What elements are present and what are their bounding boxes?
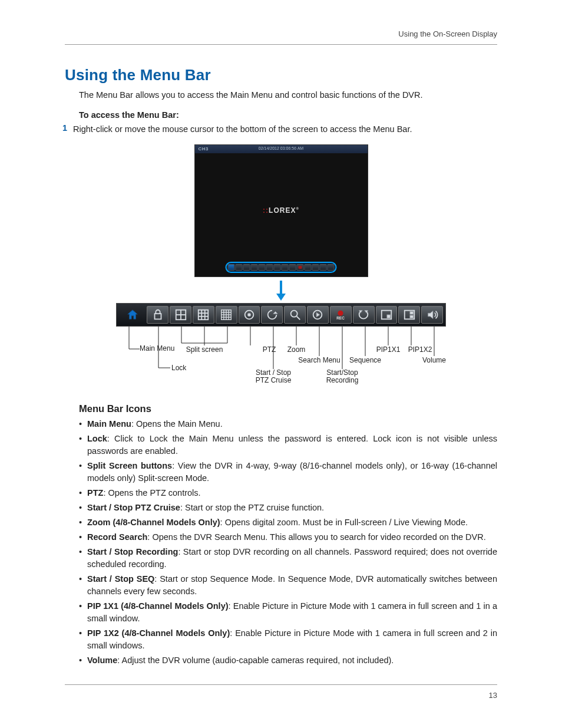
page-number: 13 [65, 691, 497, 700]
pip-1x2-button[interactable] [398, 306, 420, 324]
callout-pip1x1: PIP1X1 [376, 345, 401, 354]
bullet-seq: Start / Stop SEQ: Start or stop Sequence… [79, 573, 497, 598]
svg-point-18 [247, 313, 251, 317]
svg-rect-5 [199, 309, 209, 319]
bullet-split: Split Screen buttons: View the DVR in 4-… [79, 460, 497, 485]
header-breadcrumb: Using the On-Screen Display [65, 29, 497, 38]
intro-text: The Menu Bar allows you to access the Ma… [79, 89, 497, 102]
step-text: Right-click or move the mouse cursor to … [73, 123, 497, 136]
mini-split16-icon [259, 264, 266, 271]
page: Using the On-Screen Display Using the Me… [0, 0, 562, 723]
callout-ptz-cruise-l2: PTZ Cruise [256, 376, 292, 384]
footer-divider [65, 684, 497, 685]
bullet-ptz-cruise: Start / Stop PTZ Cruise: Start or stop t… [79, 502, 497, 514]
mini-split4-icon [243, 264, 250, 271]
arrow-down-icon [275, 281, 287, 301]
lock-button[interactable] [147, 306, 168, 324]
record-button[interactable]: REC [330, 306, 352, 324]
mini-ptz-icon [266, 264, 273, 271]
section-title: Using the Menu Bar [65, 66, 497, 84]
bullet-lock: Lock: Click to Lock the Main Menu unless… [79, 433, 497, 457]
zoom-button[interactable] [284, 306, 306, 324]
svg-marker-33 [428, 311, 432, 318]
svg-marker-19 [273, 311, 277, 314]
callout-recording: Start/StopRecording [326, 369, 359, 384]
mini-rec-icon [297, 264, 304, 271]
callout-zoom: Zoom [287, 345, 306, 354]
split-16-button[interactable] [216, 306, 237, 324]
brand-text: LOREX [269, 206, 296, 215]
svg-point-20 [290, 310, 297, 317]
svg-rect-29 [387, 315, 391, 318]
callout-ptz-cruise: Start / StopPTZ Cruise [256, 369, 292, 384]
brand-logo: ::LOREX® [263, 206, 299, 215]
icons-heading: Menu Bar Icons [79, 403, 497, 414]
callout-lines: Main Menu Lock Split screen PTZ Start / … [116, 327, 446, 391]
mini-home-icon [228, 264, 235, 271]
mini-lock-icon [236, 264, 243, 271]
callout-sequence: Sequence [349, 356, 381, 364]
pip-1x1-button[interactable] [376, 306, 398, 324]
sequence-button[interactable] [353, 306, 375, 324]
mini-search-icon [289, 264, 296, 271]
icon-bullet-list: Main Menu: Opens the Main Menu. Lock: Cl… [79, 418, 497, 667]
header-divider [65, 44, 497, 45]
mini-zoom-icon [282, 264, 289, 271]
svg-rect-32 [410, 315, 414, 318]
dvr-screenshot: CH3 02/14/2012 03:06:56 AM ::LOREX® [194, 144, 368, 277]
bullet-pip1x1: PIP 1X1 (4/8-Channel Models Only): Enabl… [79, 600, 497, 625]
svg-line-21 [296, 316, 300, 319]
volume-button[interactable] [421, 306, 443, 324]
callout-ptz: PTZ [263, 345, 276, 354]
callout-lock: Lock [171, 364, 186, 372]
callout-recording-l2: Recording [326, 376, 359, 384]
menu-bar: REC [116, 303, 446, 327]
callout-recording-l1: Start/Stop [326, 368, 358, 377]
svg-marker-1 [276, 294, 286, 301]
mini-pip1-icon [312, 264, 319, 271]
bullet-zoom: Zoom (4/8-Channel Models Only): Opens di… [79, 516, 497, 529]
svg-text:REC: REC [337, 316, 345, 320]
callout-volume: Volume [422, 356, 446, 364]
callout-main-menu: Main Menu [140, 344, 174, 353]
access-heading: To access the Menu Bar: [79, 110, 497, 120]
mini-ptzcruise-icon [274, 264, 281, 271]
callout-split: Split screen [186, 345, 223, 354]
mini-split9-icon [251, 264, 258, 271]
mini-pip2-icon [320, 264, 327, 271]
split-4-button[interactable] [170, 306, 191, 324]
bullet-ptz: PTZ: Opens the PTZ controls. [79, 487, 497, 499]
figure: CH3 02/14/2012 03:06:56 AM ::LOREX® [65, 144, 497, 397]
svg-marker-23 [317, 312, 320, 317]
bullet-recording: Start / Stop Recording: Start or stop DV… [79, 546, 497, 571]
callout-search: Search Menu [298, 356, 340, 364]
mini-volume-icon [328, 264, 335, 271]
bullet-main-menu: Main Menu: Opens the Main Menu. [79, 418, 497, 430]
ptz-button[interactable] [239, 306, 260, 324]
callout-pip1x2: PIP1X2 [408, 345, 432, 354]
timestamp-label: 02/14/2012 03:06:56 AM [195, 146, 368, 150]
bullet-pip1x2: PIP 1X2 (4/8-Channel Models Only): Enabl… [79, 627, 497, 652]
main-menu-button[interactable] [119, 306, 146, 324]
menu-bar-enlarged: REC [116, 303, 446, 391]
step-1: 1 Right-click or move the mouse cursor t… [57, 123, 497, 136]
split-9-button[interactable] [193, 306, 214, 324]
mini-seq-icon [305, 264, 312, 271]
svg-rect-31 [410, 311, 414, 314]
search-button[interactable] [307, 306, 329, 324]
callout-ptz-cruise-l1: Start / Stop [256, 368, 291, 377]
svg-point-24 [338, 310, 343, 315]
bullet-search: Record Search: Opens the DVR Search Menu… [79, 531, 497, 543]
step-number: 1 [57, 123, 73, 136]
mini-menu-bar [226, 262, 337, 273]
bullet-volume: Volume: Adjust the DVR volume (audio-cap… [79, 654, 497, 667]
ptz-cruise-button[interactable] [261, 306, 283, 324]
